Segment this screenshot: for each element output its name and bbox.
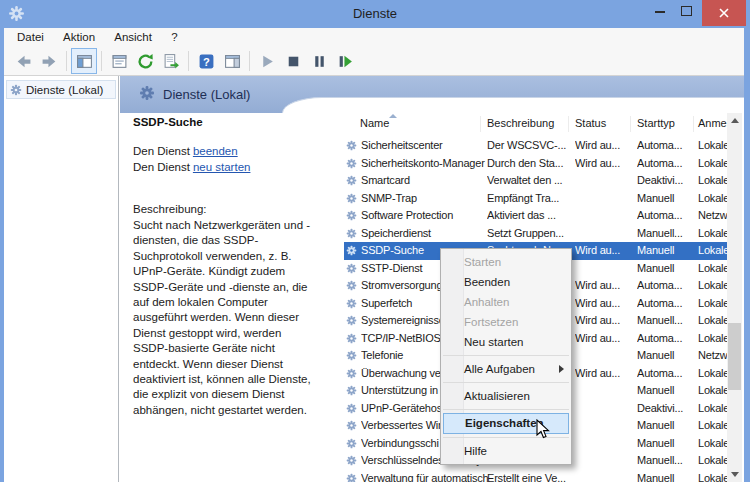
- menu-hilfe[interactable]: ?: [163, 28, 185, 47]
- restart-icon: [337, 53, 354, 70]
- service-row[interactable]: SNMP-TrapEmpfängt Tra...ManuellLokale: [344, 190, 727, 208]
- service-logon: Lokale: [698, 417, 727, 435]
- service-gear-icon: [346, 140, 357, 151]
- scroll-up-button[interactable]: [727, 113, 742, 128]
- column-header-anmelden[interactable]: Anmel: [698, 117, 729, 129]
- service-logon: Lokale: [698, 382, 727, 400]
- service-row[interactable]: Verwaltung für automatisch...Erstellt ei…: [344, 470, 727, 482]
- service-gear-icon: [346, 210, 357, 221]
- service-logon: Lokale: [698, 312, 727, 330]
- toolbar-separator: [101, 51, 102, 71]
- service-gear-icon: [346, 280, 357, 291]
- service-gear-icon: [346, 315, 357, 326]
- service-status: [575, 260, 633, 278]
- service-gear-icon: [346, 403, 357, 414]
- column-header-status[interactable]: Status: [575, 117, 606, 129]
- service-status: [575, 347, 633, 365]
- show-action-pane-button[interactable]: [219, 48, 245, 74]
- action-pane-icon: [224, 53, 241, 70]
- restart-service-button[interactable]: [332, 48, 358, 74]
- forward-button[interactable]: [36, 48, 62, 74]
- service-starttype: Automa...: [637, 330, 695, 348]
- service-name: Verwaltung für automatisch...: [361, 470, 488, 482]
- export-list-button[interactable]: [158, 48, 184, 74]
- stop-service-link[interactable]: beenden: [193, 145, 238, 157]
- service-gear-icon: [346, 385, 357, 396]
- maximize-button[interactable]: [681, 6, 692, 16]
- play-icon: [259, 53, 276, 70]
- help-button[interactable]: ?: [193, 48, 219, 74]
- service-logon: Lokale: [698, 400, 727, 418]
- service-logon: Lokale: [698, 242, 727, 260]
- service-logon: Lokale: [698, 452, 727, 470]
- menu-aktion[interactable]: Aktion: [55, 28, 103, 47]
- service-status: [575, 225, 633, 243]
- sort-ascending-icon: [389, 114, 397, 118]
- service-logon: Lokale: [698, 365, 727, 383]
- selected-service-title: SSDP-Suche: [133, 116, 203, 128]
- service-starttype: Automa...: [637, 365, 695, 383]
- service-logon: Lokale: [698, 260, 727, 278]
- menu-item-alle-aufgaben[interactable]: Alle Aufgaben: [441, 359, 571, 379]
- properties-button[interactable]: [106, 48, 132, 74]
- service-description: Setzt Gruppen...: [487, 225, 573, 243]
- menu-item-aktualisieren[interactable]: Aktualisieren: [441, 386, 571, 406]
- menu-item-neu-starten[interactable]: Neu starten: [441, 332, 571, 352]
- service-logon: Netzw: [698, 347, 727, 365]
- service-logon: Lokale: [698, 137, 727, 155]
- context-menu: StartenBeendenAnhaltenFortsetzenNeu star…: [440, 248, 572, 465]
- scroll-down-button[interactable]: [727, 467, 742, 482]
- service-status: [575, 190, 633, 208]
- column-separator: [480, 116, 481, 132]
- tree-item-dienste-lokal[interactable]: Dienste (Lokal): [6, 80, 116, 99]
- show-console-tree-button[interactable]: [71, 48, 97, 74]
- service-status: Wird au...: [575, 137, 633, 155]
- menu-item-hilfe[interactable]: Hilfe: [441, 441, 571, 461]
- services-gear-icon: [10, 84, 22, 96]
- service-description: Verwaltet den ...: [487, 172, 573, 190]
- column-header-name[interactable]: Name: [360, 117, 389, 129]
- pause-service-button[interactable]: [306, 48, 332, 74]
- start-service-button[interactable]: [254, 48, 280, 74]
- pane-header-gear-icon: [139, 85, 155, 101]
- stop-service-button[interactable]: [280, 48, 306, 74]
- menu-ansicht[interactable]: Ansicht: [106, 28, 160, 47]
- close-button[interactable]: [702, 0, 746, 26]
- restart-action-prefix: Den Dienst: [133, 161, 190, 173]
- scrollbar-thumb[interactable]: [728, 323, 741, 390]
- restart-service-link[interactable]: neu starten: [193, 161, 251, 173]
- column-header-beschreibung[interactable]: Beschreibung: [487, 117, 554, 129]
- stop-action-prefix: Den Dienst: [133, 145, 190, 157]
- menu-item-beenden[interactable]: Beenden: [441, 272, 571, 292]
- properties-window-icon: [111, 53, 128, 70]
- list-scrollbar[interactable]: [727, 113, 742, 482]
- refresh-button[interactable]: [132, 48, 158, 74]
- column-separator: [568, 116, 569, 132]
- menu-item-fortsetzen: Fortsetzen: [441, 312, 571, 332]
- column-separator: [693, 116, 694, 132]
- refresh-icon: [137, 53, 154, 70]
- service-row[interactable]: Sicherheitskonto-ManagerDurch den Sta...…: [344, 155, 727, 173]
- menu-item-starten: Starten: [441, 252, 571, 272]
- service-starttype: Deaktivi...: [637, 172, 695, 190]
- service-row[interactable]: Software ProtectionAktiviert das ...Auto…: [344, 207, 727, 225]
- service-row[interactable]: SicherheitscenterDer WSCSVC-...Wird au..…: [344, 137, 727, 155]
- service-starttype: Manuell: [637, 417, 695, 435]
- service-starttype: Manuell: [637, 470, 695, 482]
- back-button[interactable]: [10, 48, 36, 74]
- service-logon: Lokale: [698, 330, 727, 348]
- service-gear-icon: [346, 473, 357, 482]
- minimize-button[interactable]: [655, 11, 665, 13]
- service-row[interactable]: SmartcardVerwaltet den ...Deaktivi...Lok…: [344, 172, 727, 190]
- menu-datei[interactable]: Datei: [9, 28, 52, 47]
- service-row[interactable]: SpeicherdienstSetzt Gruppen...Manuell...…: [344, 225, 727, 243]
- service-starttype: Manuell...: [637, 312, 695, 330]
- service-description: Empfängt Tra...: [487, 190, 573, 208]
- column-header-starttyp[interactable]: Starttyp: [637, 117, 675, 129]
- service-logon: Lokale: [698, 172, 727, 190]
- service-status: Wird au...: [575, 365, 633, 383]
- service-gear-icon: [346, 298, 357, 309]
- service-starttype: Automa...: [637, 137, 695, 155]
- service-logon: Netzw: [698, 207, 727, 225]
- pane-header-title: Dienste (Lokal): [163, 76, 250, 113]
